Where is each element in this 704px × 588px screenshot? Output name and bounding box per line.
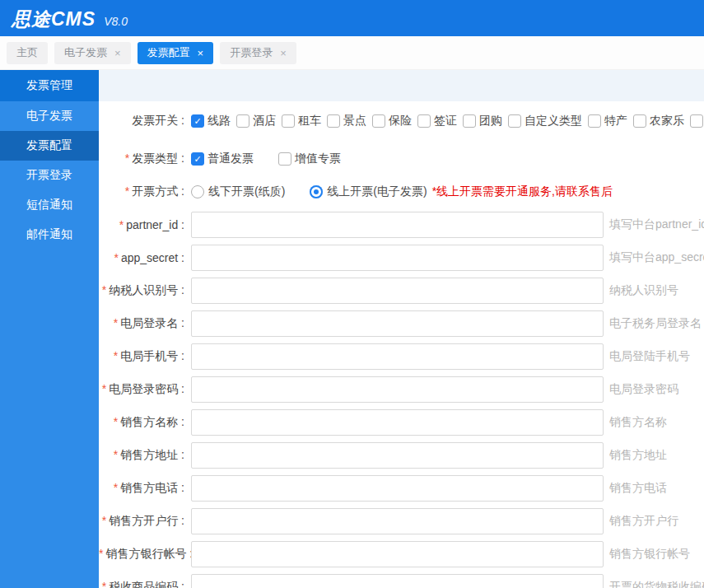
checkbox-option-景点[interactable]: 景点 xyxy=(327,114,366,128)
content-top-strip xyxy=(99,70,704,101)
content-area: 发票开关 : ✓线路酒店租车景点保险签证团购自定义类型特产农家乐邮轮导游私人定制… xyxy=(99,70,704,588)
field-label: *partner_id : xyxy=(99,218,184,231)
invoice-switch-options: ✓线路酒店租车景点保险签证团购自定义类型特产农家乐邮轮导游私人定制 xyxy=(191,114,704,128)
radio-checked-icon[interactable] xyxy=(310,185,323,198)
form-field-row: *纳税人识别号 :纳税人识别号 xyxy=(99,274,704,307)
tab-bar: 主页电子发票×发票配置×开票登录× xyxy=(0,36,704,70)
field-label: *app_secret : xyxy=(99,251,184,264)
checkbox-icon[interactable] xyxy=(417,114,431,128)
checkbox-option-label: 线路 xyxy=(207,114,231,128)
field-label-text: app_secret : xyxy=(121,251,184,264)
checkbox-option-线路[interactable]: ✓线路 xyxy=(191,114,231,128)
sidebar-section-invoice-management[interactable]: 发票管理 xyxy=(0,70,99,101)
checkbox-icon[interactable] xyxy=(327,114,340,128)
tab-电子发票[interactable]: 电子发票× xyxy=(54,42,131,64)
checkbox-option-普通发票[interactable]: ✓普通发票 xyxy=(191,152,254,166)
tab-label: 开票登录 xyxy=(230,45,273,60)
tab-主页[interactable]: 主页 xyxy=(7,42,48,64)
checkbox-icon[interactable] xyxy=(588,114,601,128)
checkbox-icon[interactable] xyxy=(278,152,291,166)
checkbox-checked-icon[interactable]: ✓ xyxy=(191,152,204,166)
field-input-电局登录名[interactable] xyxy=(191,310,604,337)
field-label-text: 电局登录密码 : xyxy=(109,382,184,395)
app-header: 思途CMS V8.0 xyxy=(0,0,704,36)
checkbox-option-邮轮[interactable]: 邮轮 xyxy=(690,114,704,128)
tab-发票配置[interactable]: 发票配置× xyxy=(138,42,214,64)
tab-label: 发票配置 xyxy=(147,45,190,60)
checkbox-icon[interactable] xyxy=(508,114,521,128)
field-input-销售方电话[interactable] xyxy=(191,475,604,502)
field-label: *销售方开户行 : xyxy=(99,514,184,529)
field-hint: 电局登录密码 xyxy=(609,382,678,397)
sidebar-item-电子发票[interactable]: 电子发票 xyxy=(0,101,99,131)
field-label-text: 电局登录名 : xyxy=(120,316,184,329)
field-input-销售方地址[interactable] xyxy=(191,442,604,469)
checkbox-option-自定义类型[interactable]: 自定义类型 xyxy=(508,114,582,128)
field-input-电局手机号[interactable] xyxy=(191,343,604,370)
checkbox-icon[interactable] xyxy=(690,114,703,128)
field-label-text: 电局手机号 : xyxy=(120,349,184,362)
radio-option-线下开票(纸质)[interactable]: 线下开票(纸质) xyxy=(191,184,285,199)
checkbox-icon[interactable] xyxy=(236,114,249,128)
form-field-row: *电局登录密码 :电局登录密码 xyxy=(99,373,704,406)
radio-option-label: 线上开票(电子发票) xyxy=(327,184,427,199)
checkbox-option-特产[interactable]: 特产 xyxy=(588,114,627,128)
tab-label: 电子发票 xyxy=(64,45,107,60)
invoice-mode-options: 线下开票(纸质)线上开票(电子发票) xyxy=(191,184,427,199)
field-input-纳税人识别号[interactable] xyxy=(191,278,604,304)
checkbox-option-label: 保险 xyxy=(389,114,412,128)
radio-option-线上开票(电子发票)[interactable]: 线上开票(电子发票) xyxy=(310,184,427,199)
invoice-switch-row: 发票开关 : ✓线路酒店租车景点保险签证团购自定义类型特产农家乐邮轮导游私人定制 xyxy=(99,105,704,138)
tab-close-icon[interactable]: × xyxy=(198,48,204,58)
field-input-税收商品编码[interactable] xyxy=(191,574,604,588)
checkbox-icon[interactable] xyxy=(372,114,385,128)
radio-icon[interactable] xyxy=(191,185,204,198)
checkbox-option-增值专票[interactable]: 增值专票 xyxy=(278,152,341,166)
checkbox-option-保险[interactable]: 保险 xyxy=(372,114,412,128)
tab-close-icon[interactable]: × xyxy=(280,48,287,58)
checkbox-option-签证[interactable]: 签证 xyxy=(417,114,457,128)
checkbox-option-label: 团购 xyxy=(479,114,502,128)
field-input-销售方名称[interactable] xyxy=(191,409,604,436)
invoice-config-form: 发票开关 : ✓线路酒店租车景点保险签证团购自定义类型特产农家乐邮轮导游私人定制… xyxy=(99,101,704,588)
required-star: * xyxy=(102,580,106,588)
sidebar-item-发票配置[interactable]: 发票配置 xyxy=(0,131,99,161)
field-label-text: 纳税人识别号 : xyxy=(109,283,184,296)
field-hint: 开票的货物税收编码 xyxy=(609,580,704,588)
field-hint: 电局登陆手机号 xyxy=(609,349,690,364)
checkbox-checked-icon[interactable]: ✓ xyxy=(191,114,204,128)
checkbox-icon[interactable] xyxy=(633,114,646,128)
sidebar-item-短信通知[interactable]: 短信通知 xyxy=(0,190,99,220)
invoice-mode-note: *线上开票需要开通服务,请联系售后 xyxy=(432,184,613,199)
form-field-row: *电局手机号 :电局登陆手机号 xyxy=(99,340,704,373)
field-input-app_secret[interactable] xyxy=(191,245,604,271)
field-input-电局登录密码[interactable] xyxy=(191,376,604,403)
sidebar-item-邮件通知[interactable]: 邮件通知 xyxy=(0,220,99,250)
tab-开票登录[interactable]: 开票登录× xyxy=(220,42,296,64)
checkbox-option-label: 增值专票 xyxy=(295,152,341,166)
checkbox-option-租车[interactable]: 租车 xyxy=(282,114,321,128)
checkbox-option-label: 自定义类型 xyxy=(525,114,582,128)
form-field-row: *app_secret :填写中台app_secret xyxy=(99,241,704,274)
checkbox-option-label: 农家乐 xyxy=(650,114,684,128)
checkbox-option-团购[interactable]: 团购 xyxy=(463,114,502,128)
sidebar-item-开票登录[interactable]: 开票登录 xyxy=(0,161,99,190)
field-label: *电局手机号 : xyxy=(99,349,184,364)
field-input-销售方银行帐号[interactable] xyxy=(191,541,604,567)
checkbox-option-酒店[interactable]: 酒店 xyxy=(236,114,276,128)
required-star: * xyxy=(114,251,118,264)
field-input-销售方开户行[interactable] xyxy=(191,508,604,534)
required-star: * xyxy=(114,481,118,494)
field-input-partner_id[interactable] xyxy=(191,212,604,238)
field-label-text: 销售方名称 : xyxy=(120,415,184,428)
field-label-text: 销售方电话 : xyxy=(120,481,184,494)
tab-close-icon[interactable]: × xyxy=(114,48,121,58)
checkbox-option-农家乐[interactable]: 农家乐 xyxy=(633,114,684,128)
field-label: *电局登录密码 : xyxy=(99,382,184,397)
checkbox-icon[interactable] xyxy=(282,114,295,128)
field-label-text: 税收商品编码 : xyxy=(109,580,184,588)
invoice-switch-label: 发票开关 : xyxy=(99,114,184,128)
checkbox-option-label: 签证 xyxy=(434,114,457,128)
required-star: * xyxy=(102,382,106,395)
checkbox-icon[interactable] xyxy=(463,114,476,128)
